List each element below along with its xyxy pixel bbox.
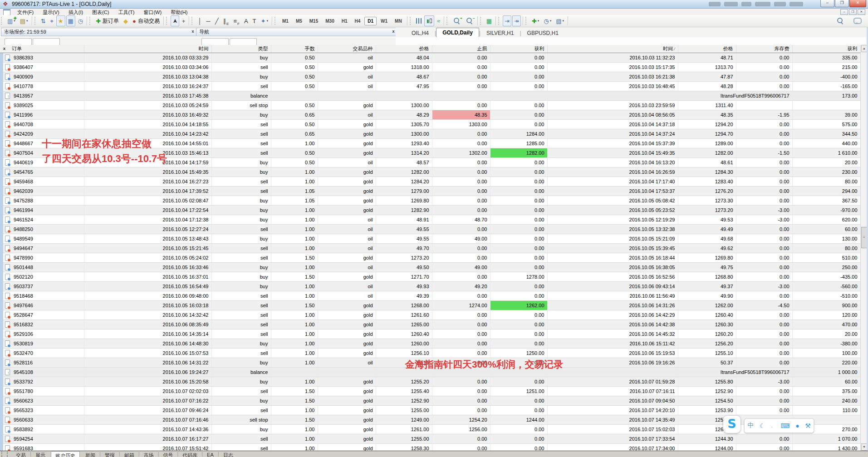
zoom-in-button[interactable]: +: [451, 15, 463, 26]
ime-icon-2[interactable]: 、: [771, 423, 775, 429]
terminal-tab-5[interactable]: 邮箱: [120, 451, 138, 457]
column-header-order[interactable]: 订单: [0, 45, 84, 53]
dropdown-arrow-icon[interactable]: ▾: [26, 19, 28, 23]
cursor-button[interactable]: ➤: [171, 15, 179, 26]
autotrading-button[interactable]: ●自动交易: [131, 15, 162, 26]
close-button[interactable]: ✕: [849, 0, 866, 7]
column-header-sl[interactable]: 止损: [432, 45, 490, 53]
data-window-button[interactable]: ⌖: [49, 15, 55, 26]
table-row[interactable]: 94107782016.10.03 16:24:37sell0.50oil47.…: [0, 82, 860, 91]
table-row[interactable]: 94882502016.10.05 12:27:24sell1.00oil49.…: [0, 225, 860, 234]
ime-icon-1[interactable]: ☾: [760, 422, 765, 429]
table-row[interactable]: 94009092016.10.03 13:04:38buy0.50oil48.6…: [0, 72, 860, 82]
column-header-profit[interactable]: 获利: [792, 45, 860, 53]
column-header-price[interactable]: 价格: [376, 45, 432, 53]
table-row[interactable]: 95942542016.10.07 16:17:27sell1.00gold12…: [0, 434, 860, 444]
zoom-out-button[interactable]: −: [464, 15, 476, 26]
new-chart-button[interactable]: ▥✚▾: [5, 15, 17, 26]
timeframe-mn-button[interactable]: MN: [392, 17, 405, 25]
table-row[interactable]: 95037372016.10.05 16:54:49buy1.00oil49.9…: [0, 282, 860, 291]
child-close-button[interactable]: ✕: [858, 9, 865, 15]
candlestick-chart-button[interactable]: [424, 15, 434, 26]
crosshair-button[interactable]: +: [180, 15, 187, 26]
text-button[interactable]: A: [242, 15, 250, 26]
ime-icon-4[interactable]: ●: [795, 422, 799, 429]
terminal-tab-9[interactable]: EA: [203, 451, 218, 457]
ime-icon-5[interactable]: ⚒: [805, 422, 811, 429]
table-row[interactable]: 94620392016.10.04 17:39:52sell1.05gold12…: [0, 187, 860, 196]
timeframe-m30-button[interactable]: M30: [322, 17, 337, 25]
timeframe-w1-button[interactable]: W1: [378, 17, 391, 25]
market-watch-caption[interactable]: 市场报价: 21:59:59 x: [1, 28, 198, 36]
market-watch-close-icon[interactable]: x: [190, 29, 196, 35]
table-row[interactable]: 94139572016.10.03 17:45:38balanceItransF…: [0, 91, 860, 101]
table-row[interactable]: 94946472016.10.05 15:21:45sell1.00oil49.…: [0, 244, 860, 253]
profiles-button[interactable]: ▤▾: [18, 15, 30, 26]
ime-icon-3[interactable]: ⌨: [780, 422, 790, 429]
child-minimize-button[interactable]: –: [840, 9, 848, 15]
table-row[interactable]: 95291062016.10.06 14:35:14sell1.00gold12…: [0, 329, 860, 339]
timeframe-d1-button[interactable]: D1: [364, 17, 377, 25]
fibonacci-button[interactable]: ≡F: [231, 15, 241, 26]
terminal-close-icon[interactable]: x: [1, 46, 7, 52]
strategy-tester-button[interactable]: ◷: [76, 15, 85, 26]
dropdown-arrow-icon[interactable]: ▾: [562, 19, 564, 23]
table-row[interactable]: 93864072016.10.03 03:34:06sell0.50gold13…: [0, 63, 860, 72]
horizontal-line-button[interactable]: ─: [205, 15, 212, 26]
timeframe-h4-button[interactable]: H4: [351, 17, 363, 25]
chart-tab-silver-h1[interactable]: SILVER,H1: [481, 29, 520, 37]
table-row[interactable]: 93890252016.10.03 05:24:59sell stop0.50g…: [0, 101, 860, 110]
navigator-subtab[interactable]: [230, 38, 257, 45]
table-row[interactable]: 94752882016.10.05 02:08:47buy1.05gold126…: [0, 196, 860, 206]
search-icon[interactable]: [837, 18, 843, 23]
table-row[interactable]: 95184682016.10.06 09:48:00sell1.00oil49.…: [0, 291, 860, 301]
terminal-tab-2[interactable]: 账户历史: [51, 451, 80, 457]
minimize-button[interactable]: –: [820, 0, 834, 7]
terminal-tab-7[interactable]: 信号: [159, 451, 177, 457]
column-header-swap[interactable]: 库存费: [736, 45, 792, 53]
table-row[interactable]: 95286472016.10.06 14:32:42sell1.00gold12…: [0, 310, 860, 320]
chart-shift-button[interactable]: ⇥: [503, 15, 511, 26]
table-row[interactable]: 95916832016.10.07 15:51:42sell1.00gold12…: [0, 444, 860, 451]
navigator-button[interactable]: ★: [56, 15, 65, 26]
table-row[interactable]: 95168322016.10.06 08:35:49sell1.00gold12…: [0, 320, 860, 329]
column-header-type[interactable]: 类型: [211, 45, 271, 53]
terminal-tab-10[interactable]: 日志: [219, 451, 237, 457]
timeframe-m15-button[interactable]: M15: [306, 17, 321, 25]
dropdown-arrow-icon[interactable]: ▾: [538, 19, 539, 23]
timeframe-h1-button[interactable]: H1: [338, 17, 351, 25]
table-row[interactable]: 95517802016.10.07 02:02:03sell1.50gold12…: [0, 387, 860, 396]
vertical-scrollbar[interactable]: ▲ ≡ ▼: [860, 45, 867, 451]
child-restore-button[interactable]: ❐: [849, 9, 857, 15]
terminal-button[interactable]: ▦: [66, 15, 75, 26]
table-row[interactable]: 94895492016.10.05 13:48:43buy1.00oil49.5…: [0, 234, 860, 244]
chat-icon[interactable]: [853, 18, 862, 24]
column-header-ctime[interactable]: 时间∕: [547, 45, 678, 53]
terminal-tab-6[interactable]: 市场: [140, 451, 158, 457]
terminal-tab-0[interactable]: 交易: [12, 451, 30, 457]
table-row[interactable]: 94789902016.10.05 05:24:02sell1.50gold12…: [0, 253, 860, 263]
maximize-button[interactable]: ❐: [835, 0, 849, 7]
template-button[interactable]: ▧▾: [554, 15, 566, 26]
table-row[interactable]: 94594682016.10.04 16:27:23sell1.00gold12…: [0, 177, 860, 187]
add-indicator-button[interactable]: ✚▾: [530, 15, 541, 26]
table-row[interactable]: 94119962016.10.03 16:49:32buy0.65oil48.2…: [0, 110, 860, 120]
metaeditor-button[interactable]: ◆: [122, 15, 130, 26]
column-header-cprice[interactable]: 价格: [678, 45, 736, 53]
table-row[interactable]: 94407082016.10.04 14:18:55sell0.50gold13…: [0, 120, 860, 129]
ime-icon-0[interactable]: 中: [747, 422, 754, 430]
shapes-button[interactable]: ✦▾: [259, 15, 270, 26]
timeframe-m5-button[interactable]: M5: [293, 17, 305, 25]
market-watch-subtab[interactable]: [5, 38, 32, 45]
column-header-sym[interactable]: 交易品种: [318, 45, 376, 53]
auto-scroll-button[interactable]: ↠: [512, 15, 521, 26]
tile-windows-button[interactable]: ▦: [485, 15, 494, 26]
table-row[interactable]: 95337922016.10.06 15:20:58buy1.00gold125…: [0, 377, 860, 387]
label-button[interactable]: T: [251, 15, 258, 26]
column-header-time[interactable]: 时间: [84, 45, 211, 53]
table-row[interactable]: 94619942016.10.04 17:22:54buy1.00gold128…: [0, 206, 860, 215]
market-watch-button[interactable]: ⇅: [39, 15, 48, 26]
bar-chart-button[interactable]: [414, 15, 423, 26]
table-row[interactable]: 94547652016.10.04 15:49:35buy1.00gold128…: [0, 167, 860, 177]
table-row[interactable]: 95606232016.10.07 07:16:22buy1.50gold125…: [0, 396, 860, 406]
